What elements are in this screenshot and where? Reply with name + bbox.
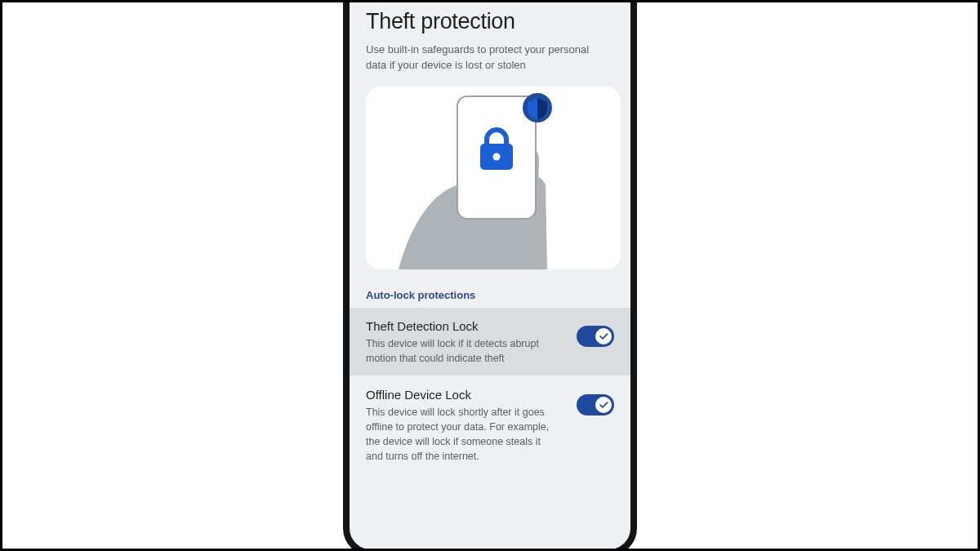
- toggle-offline-lock[interactable]: [577, 394, 614, 415]
- check-icon: [598, 399, 609, 411]
- setting-row-theft-detection[interactable]: Theft Detection Lock This device will lo…: [350, 308, 630, 375]
- toggle-theft-detection[interactable]: [577, 326, 614, 347]
- page-title: Theft protection: [366, 0, 614, 34]
- svg-point-2: [493, 153, 501, 160]
- setting-title: Theft Detection Lock: [366, 319, 567, 333]
- setting-title: Offline Device Lock: [366, 388, 567, 402]
- section-label: Auto-lock protections: [366, 289, 614, 301]
- setting-desc: This device will lock if it detects abru…: [366, 336, 554, 366]
- setting-row-offline-lock[interactable]: Offline Device Lock This device will loc…: [366, 375, 614, 474]
- phone-frame: Theft protection Use built-in safeguards…: [343, 0, 637, 551]
- shield-icon: [523, 93, 552, 122]
- page-subtitle: Use built-in safeguards to protect your …: [366, 42, 603, 73]
- setting-desc: This device will lock shortly after it g…: [366, 405, 554, 464]
- hero-illustration: [366, 87, 621, 269]
- check-icon: [598, 331, 609, 342]
- settings-screen: Theft protection Use built-in safeguards…: [350, 0, 630, 549]
